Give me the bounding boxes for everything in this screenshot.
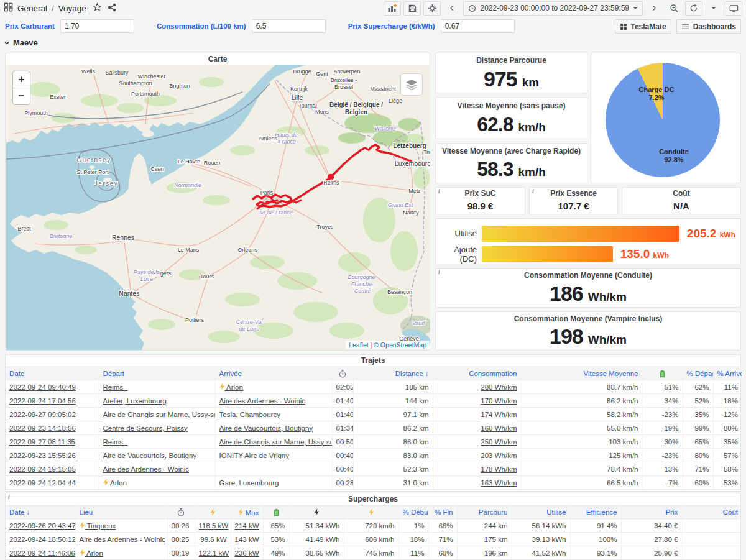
cell-conso[interactable]: 174 Wh/km: [433, 408, 521, 421]
column-header-speed[interactable]: [344, 506, 398, 519]
cell-conso[interactable]: 163 Wh/km: [433, 476, 521, 490]
column-header-date[interactable]: Date: [6, 367, 99, 380]
column-header-pdep[interactable]: % Départ: [683, 367, 713, 380]
cell-avg[interactable]: 99.6 kW: [195, 533, 231, 546]
cell-max[interactable]: 143 kW: [231, 533, 263, 546]
column-header-avg[interactable]: [195, 506, 231, 519]
cell-date[interactable]: 2022-09-24 19:15:05: [6, 462, 99, 476]
column-header-arr[interactable]: Arrivée: [215, 367, 332, 380]
cell-max[interactable]: 214 kW: [231, 519, 263, 533]
column-header-lieu[interactable]: Lieu: [75, 506, 167, 519]
column-header-date[interactable]: Date ↓: [6, 506, 75, 519]
cell-dep[interactable]: Aire de Changis sur Marne, Ussy-sur-Marn…: [99, 408, 215, 421]
add-panel-button[interactable]: [384, 1, 401, 16]
time-shift-back-button[interactable]: [443, 1, 461, 16]
cell-lieu[interactable]: Arlon: [75, 546, 167, 560]
cell-conso[interactable]: 170 Wh/km: [433, 394, 521, 408]
cell-date[interactable]: 2022-09-27 09:05:02: [6, 408, 99, 421]
column-header-pfin[interactable]: % Fin: [428, 506, 457, 519]
panel-info-icon[interactable]: i: [532, 188, 534, 195]
map-label-region: Grand Est: [388, 202, 413, 208]
leaflet-map[interactable]: WellsSalisburyWinchesterSouthamptonBrigh…: [6, 65, 430, 350]
row-header-maeve[interactable]: Maeve: [4, 38, 38, 47]
cell-conso[interactable]: 200 Wh/km: [433, 380, 521, 394]
cell-avg[interactable]: 118.5 kW: [195, 519, 231, 533]
cell-date[interactable]: 2022-09-24 17:04:56: [6, 394, 99, 408]
cell-dist: 52.3 km: [353, 462, 433, 476]
route-marker[interactable]: [265, 201, 269, 204]
apps-grid-icon[interactable]: [4, 2, 13, 14]
cell-date[interactable]: 2022-09-24 18:50:12: [6, 533, 75, 546]
map-layers-button[interactable]: [400, 73, 423, 96]
cell-date[interactable]: 2022-09-24 11:46:06: [6, 546, 75, 560]
refresh-interval-caret[interactable]: [705, 1, 722, 16]
column-header-prix[interactable]: Prix: [621, 506, 682, 519]
time-range-picker[interactable]: 2022-09-23 00:00:00 to 2022-09-27 23:59:…: [463, 1, 643, 16]
column-header-dist[interactable]: Distance ↓: [353, 367, 433, 380]
tv-mode-button[interactable]: [725, 1, 742, 16]
cell-dep[interactable]: Atelier, Luxembourg: [99, 394, 215, 408]
cell-conso[interactable]: 178 Wh/km: [433, 462, 521, 476]
cell-arr[interactable]: Aire des Ardennes - Woinic: [215, 394, 332, 408]
cell-date[interactable]: 2022-09-24 09:40:49: [6, 380, 99, 394]
cell-avg[interactable]: 122.1 kW: [195, 546, 231, 560]
time-shift-forward-button[interactable]: [645, 1, 663, 16]
column-header-soc[interactable]: [263, 506, 289, 519]
cell-date[interactable]: 2022-09-23 14:18:56: [6, 421, 99, 435]
cell-arr[interactable]: Aire de Vaucourtois, Boutigny: [215, 421, 332, 435]
consommation-input[interactable]: [252, 19, 326, 33]
panel-info-icon[interactable]: i: [438, 269, 440, 275]
map-zoom-out-button[interactable]: −: [13, 88, 30, 104]
refresh-button[interactable]: [685, 1, 702, 16]
teslamate-link-button[interactable]: TeslaMate: [615, 19, 671, 34]
cell-arr[interactable]: Tesla, Chambourcy: [215, 408, 332, 421]
cell-date[interactable]: 2022-09-26 20:43:47: [6, 519, 75, 533]
cell-dep[interactable]: Aire des Ardennes - Woinic: [99, 462, 215, 476]
breadcrumb-app[interactable]: General: [17, 4, 47, 13]
dashboards-link-button[interactable]: Dashboards: [676, 19, 741, 34]
cell-dep[interactable]: Reims -: [99, 435, 215, 449]
cell-date[interactable]: 2022-09-27 08:11:35: [6, 435, 99, 449]
column-header-dur[interactable]: [332, 367, 353, 380]
column-header-parr[interactable]: % Arrivée: [713, 367, 742, 380]
column-header-vit[interactable]: Vitesse Moyenne: [521, 367, 642, 380]
cell-arr[interactable]: Aire de Changis sur Marne, Ussy-sur-Marn…: [215, 435, 332, 449]
cell-arr[interactable]: Arlon: [215, 380, 332, 394]
column-header-batt[interactable]: [642, 367, 683, 380]
share-icon[interactable]: [108, 3, 116, 14]
cell-dep[interactable]: Centre de Secours, Poissy: [99, 421, 215, 435]
cell-date[interactable]: 2022-09-23 15:55:26: [6, 449, 99, 462]
cell-dur: 00:25: [167, 533, 195, 546]
column-header-conso[interactable]: Consommation: [433, 367, 521, 380]
column-header-max[interactable]: Max: [231, 506, 263, 519]
column-header-eff[interactable]: Efficience: [570, 506, 621, 519]
breadcrumb-page[interactable]: Voyage: [58, 4, 86, 13]
leaflet-link[interactable]: Leaflet: [349, 341, 369, 349]
cell-dep[interactable]: Reims -: [99, 380, 215, 394]
panel-info-icon[interactable]: i: [438, 188, 440, 195]
cell-lieu[interactable]: Tinqueux: [75, 519, 167, 533]
cell-arr[interactable]: IONITY Aire de Vrigny: [215, 449, 332, 462]
panel-info-icon[interactable]: i: [8, 493, 10, 500]
prix-carburant-input[interactable]: [60, 19, 134, 33]
cell-lieu[interactable]: Aire des Ardennes - Woinic: [75, 533, 167, 546]
cell-conso[interactable]: 160 Wh/km: [433, 421, 521, 435]
osm-link[interactable]: © OpenStreetMap: [374, 341, 426, 349]
column-header-dep[interactable]: Départ: [99, 367, 215, 380]
column-header-kwh[interactable]: [289, 506, 344, 519]
prix-supercharge-input[interactable]: [441, 19, 515, 33]
cell-conso[interactable]: 250 Wh/km: [433, 435, 521, 449]
column-header-utilise[interactable]: Utilisé: [512, 506, 570, 519]
column-header-dur[interactable]: [167, 506, 195, 519]
dashboard-settings-button[interactable]: [423, 1, 441, 16]
save-dashboard-button[interactable]: [403, 1, 421, 16]
zoom-out-time-button[interactable]: [665, 1, 683, 16]
favorite-star-icon[interactable]: [93, 2, 102, 14]
cell-dep[interactable]: Aire de Vaucourtois, Boutigny: [99, 449, 215, 462]
cell-conso[interactable]: 203 Wh/km: [433, 449, 521, 462]
column-header-pdeb[interactable]: % Début: [398, 506, 428, 519]
column-header-cout[interactable]: Coût: [682, 506, 741, 519]
cell-max[interactable]: 236 kW: [231, 546, 263, 560]
column-header-parcouru[interactable]: Parcouru: [457, 506, 512, 519]
map-zoom-in-button[interactable]: +: [13, 71, 30, 88]
